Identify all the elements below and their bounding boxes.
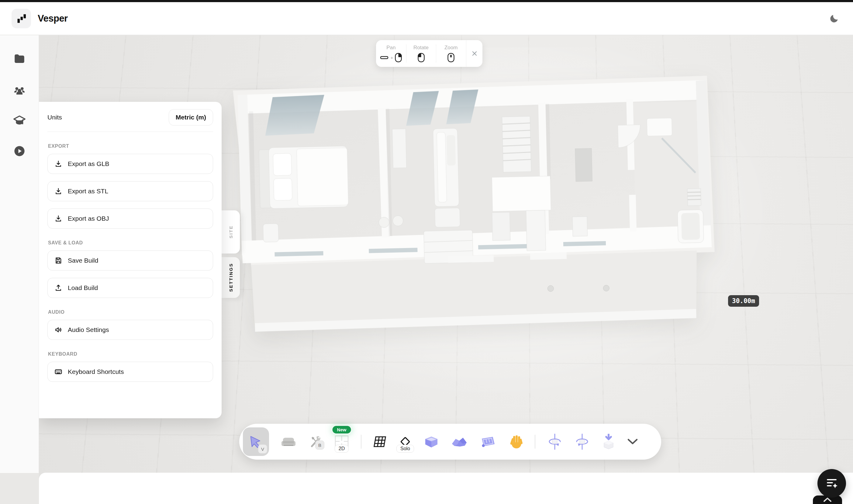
hand-tool[interactable] bbox=[508, 434, 523, 449]
pan-label: Pan bbox=[386, 45, 396, 51]
export-obj-button[interactable]: Export as OBJ bbox=[48, 209, 213, 229]
play-circle-icon bbox=[13, 145, 26, 158]
sofa-icon bbox=[280, 436, 296, 448]
dimension-label: 30.00m bbox=[728, 295, 759, 307]
download-icon bbox=[54, 215, 62, 222]
people-icon bbox=[13, 84, 26, 97]
load-build-button[interactable]: Load Build bbox=[48, 278, 213, 298]
floorplan-2d-tool[interactable]: New 2D bbox=[334, 435, 349, 448]
rotate-hint: Rotate bbox=[406, 40, 436, 67]
rotate-label: Rotate bbox=[414, 45, 429, 51]
new-feature-badge: New bbox=[332, 426, 351, 433]
download-icon bbox=[54, 187, 62, 195]
select-tool[interactable]: V bbox=[243, 427, 269, 456]
sidebar-item-tutorials[interactable] bbox=[10, 141, 29, 161]
ai-assistant-button[interactable] bbox=[817, 469, 846, 498]
toolbar-divider bbox=[361, 435, 361, 449]
plus-sign: + bbox=[390, 55, 393, 60]
grid-tool[interactable] bbox=[373, 436, 387, 448]
orbit-left-tool[interactable] bbox=[547, 433, 563, 450]
left-rail bbox=[0, 35, 39, 473]
upload-icon bbox=[54, 284, 62, 292]
orbit-right-icon bbox=[574, 433, 590, 450]
speaker-icon bbox=[54, 326, 62, 334]
grid-3d-icon bbox=[373, 436, 387, 448]
shift-key-icon bbox=[380, 55, 388, 59]
folder-icon bbox=[13, 52, 26, 65]
section-label-keyboard: KEYBOARD bbox=[48, 352, 213, 357]
orbit-right-tool[interactable] bbox=[574, 433, 590, 450]
close-icon bbox=[471, 51, 477, 56]
drop-arrow-box-icon bbox=[602, 434, 616, 450]
build-toolbar: V B New 2D bbox=[239, 424, 661, 460]
export-stl-button[interactable]: Export as STL bbox=[48, 181, 213, 201]
select-shortcut-badge: V bbox=[258, 445, 267, 453]
section-label-audio: AUDIO bbox=[48, 309, 213, 315]
viewport-3d[interactable]: Pan + Rotate Zoom bbox=[39, 35, 853, 504]
toolbar-collapse-button[interactable] bbox=[627, 438, 638, 445]
chevron-up-icon bbox=[823, 497, 832, 503]
mouse-right-button-icon bbox=[395, 53, 402, 62]
orbit-left-icon bbox=[547, 433, 563, 450]
units-label: Units bbox=[48, 114, 62, 121]
window-top-strip bbox=[0, 0, 853, 2]
app-logo[interactable] bbox=[12, 9, 31, 28]
keyboard-shortcuts-button[interactable]: Keyboard Shortcuts bbox=[48, 362, 213, 382]
mouse-left-button-icon bbox=[418, 53, 425, 62]
terrain-tool[interactable] bbox=[451, 436, 468, 448]
view-2d-label: 2D bbox=[335, 445, 349, 453]
furniture-tool[interactable] bbox=[280, 436, 296, 448]
build-shortcut-badge: B bbox=[315, 440, 324, 450]
zoom-label: Zoom bbox=[444, 45, 457, 51]
close-hint-button[interactable] bbox=[466, 40, 483, 67]
camera-controls-hint: Pan + Rotate Zoom bbox=[376, 40, 483, 67]
hand-icon bbox=[508, 434, 523, 449]
tab-site[interactable]: SITE bbox=[222, 210, 240, 253]
save-build-button[interactable]: Save Build bbox=[48, 251, 213, 271]
header: Vesper bbox=[0, 2, 853, 35]
graduation-cap-icon bbox=[13, 114, 26, 128]
chevron-down-icon bbox=[627, 438, 638, 445]
blueprint-tool[interactable] bbox=[479, 436, 496, 448]
box-tool[interactable] bbox=[423, 435, 439, 449]
settings-panel: Units Metric (m) EXPORT Export as GLB Ex… bbox=[39, 102, 222, 418]
build-tool[interactable]: B bbox=[308, 434, 323, 449]
download-icon bbox=[54, 160, 62, 168]
sidebar-item-projects[interactable] bbox=[10, 49, 29, 68]
export-glb-button[interactable]: Export as GLB bbox=[48, 154, 213, 174]
pan-hint: Pan + bbox=[376, 40, 406, 67]
units-row: Units Metric (m) bbox=[48, 104, 213, 132]
keyboard-icon bbox=[54, 368, 62, 376]
terrain-icon bbox=[451, 436, 468, 448]
sidebar-item-learn[interactable] bbox=[10, 111, 29, 130]
section-label-save-load: SAVE & LOAD bbox=[48, 240, 213, 246]
audio-settings-button[interactable]: Audio Settings bbox=[48, 320, 213, 340]
units-select[interactable]: Metric (m) bbox=[169, 109, 213, 126]
section-label-export: EXPORT bbox=[48, 143, 213, 149]
save-icon bbox=[54, 256, 62, 265]
dark-mode-toggle[interactable] bbox=[826, 11, 842, 26]
toolbar-divider bbox=[535, 435, 535, 449]
app-title: Vesper bbox=[38, 13, 68, 24]
drop-to-ground-tool[interactable] bbox=[602, 434, 616, 450]
solo-tool[interactable]: Solo bbox=[399, 435, 412, 448]
ai-list-icon bbox=[825, 477, 838, 489]
floorplan-render[interactable] bbox=[219, 72, 724, 339]
solo-label: Solo bbox=[396, 445, 414, 453]
sidebar-item-community[interactable] bbox=[10, 81, 29, 101]
bar-chart-logo-icon bbox=[15, 13, 28, 24]
blueprint-icon bbox=[479, 436, 496, 448]
tab-settings[interactable]: SETTINGS bbox=[222, 257, 240, 298]
zoom-hint: Zoom bbox=[436, 40, 466, 67]
floorplan-svg bbox=[219, 72, 724, 339]
open-box-icon bbox=[423, 435, 439, 449]
mouse-wheel-icon bbox=[448, 53, 454, 62]
moon-icon bbox=[829, 13, 839, 24]
bottom-sheet bbox=[39, 473, 853, 504]
